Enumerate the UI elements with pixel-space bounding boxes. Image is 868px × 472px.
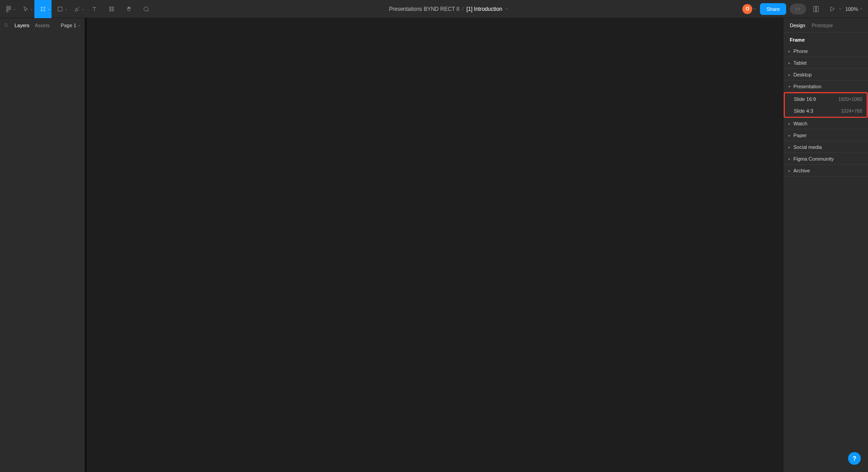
canvas[interactable] xyxy=(85,18,783,472)
preset-slide-4-3[interactable]: Slide 4:3 1024×768 xyxy=(785,105,867,117)
preset-label: Watch xyxy=(793,121,807,126)
book-icon xyxy=(812,5,820,13)
chevron-down-icon xyxy=(47,6,50,12)
chevron-down-icon xyxy=(859,7,863,10)
page-selector[interactable]: Page 1 xyxy=(61,23,81,28)
preset-label: Presentation xyxy=(793,84,821,89)
chevron-down-icon xyxy=(30,6,33,12)
preset-slide-16-9[interactable]: Slide 16:9 1920×1080 xyxy=(785,93,867,105)
comment-icon xyxy=(143,6,149,12)
user-avatar[interactable]: O xyxy=(742,4,752,14)
chevron-right-icon xyxy=(788,133,791,138)
svg-rect-9 xyxy=(112,10,114,11)
preset-sub-dims: 1920×1080 xyxy=(838,96,862,102)
chevron-down-icon xyxy=(839,7,842,10)
preset-figma-community[interactable]: Figma Community xyxy=(783,153,868,165)
svg-point-10 xyxy=(5,24,7,26)
present-button[interactable] xyxy=(826,3,842,15)
rectangle-icon xyxy=(57,6,63,12)
preset-presentation[interactable]: Presentation xyxy=(783,81,868,92)
text-icon xyxy=(91,6,98,12)
toolbar-right: O Share 100% xyxy=(742,3,868,15)
resources-icon xyxy=(108,6,115,12)
page-label: Page 1 xyxy=(61,23,76,28)
resources-tool-button[interactable] xyxy=(103,0,120,18)
text-tool-button[interactable] xyxy=(86,0,103,18)
preset-watch[interactable]: Watch xyxy=(783,118,868,129)
preset-label: Phone xyxy=(793,48,808,54)
code-icon xyxy=(795,6,801,12)
pen-tool-button[interactable] xyxy=(69,0,86,18)
assets-tab[interactable]: Assets xyxy=(35,23,50,28)
frame-icon xyxy=(40,6,46,12)
chevron-right-icon xyxy=(788,121,791,126)
frame-tool-button[interactable] xyxy=(34,0,52,18)
preset-desktop[interactable]: Desktop xyxy=(783,69,868,81)
frame-section-title: Frame xyxy=(783,33,868,45)
preset-archive[interactable]: Archive xyxy=(783,165,868,176)
preset-label: Archive xyxy=(793,168,810,173)
right-panel: Design Prototype Frame Phone Tablet Desk… xyxy=(783,18,868,472)
library-button[interactable] xyxy=(810,3,822,15)
svg-point-4 xyxy=(6,10,8,12)
preset-paper[interactable]: Paper xyxy=(783,129,868,141)
breadcrumb-current[interactable]: [1] Introduction xyxy=(467,6,502,12)
shape-tool-button[interactable] xyxy=(52,0,69,18)
chevron-down-icon xyxy=(13,6,16,12)
canvas-scrollbar[interactable] xyxy=(85,18,87,472)
zoom-control[interactable]: 100% xyxy=(845,6,863,12)
chevron-right-icon xyxy=(788,72,791,77)
chevron-right-icon xyxy=(788,156,791,162)
zoom-value: 100% xyxy=(845,6,858,12)
svg-point-0 xyxy=(6,6,8,8)
highlighted-presets: Slide 16:9 1920×1080 Slide 4:3 1024×768 xyxy=(784,92,868,118)
design-tab[interactable]: Design xyxy=(790,23,805,28)
top-toolbar: Presentations BYND RECT II / [1] Introdu… xyxy=(0,0,868,18)
svg-point-3 xyxy=(9,8,11,10)
preset-sub-label: Slide 4:3 xyxy=(794,108,813,114)
chevron-down-icon[interactable] xyxy=(505,7,508,10)
svg-point-2 xyxy=(6,8,8,10)
svg-rect-5 xyxy=(58,7,62,11)
preset-label: Paper xyxy=(793,133,807,138)
search-icon xyxy=(4,23,9,28)
layers-list xyxy=(0,33,85,472)
avatar-group[interactable]: O xyxy=(742,4,756,14)
right-panel-tabs: Design Prototype xyxy=(783,18,868,33)
svg-point-1 xyxy=(9,6,11,8)
move-tool-button[interactable] xyxy=(17,0,34,18)
chevron-down-icon xyxy=(65,6,67,12)
breadcrumb-separator: / xyxy=(462,6,463,12)
chevron-right-icon xyxy=(788,168,791,173)
hand-tool-button[interactable] xyxy=(120,0,137,18)
breadcrumb-parent[interactable]: Presentations BYND RECT II xyxy=(389,6,459,12)
help-button[interactable]: ? xyxy=(848,452,861,465)
cursor-icon xyxy=(23,6,29,12)
share-button[interactable]: Share xyxy=(760,3,786,15)
chevron-down-icon xyxy=(82,6,85,12)
preset-label: Tablet xyxy=(793,60,807,66)
comment-tool-button[interactable] xyxy=(137,0,155,18)
chevron-down-icon xyxy=(78,24,81,27)
chevron-right-icon xyxy=(788,144,791,150)
breadcrumb: Presentations BYND RECT II / [1] Introdu… xyxy=(389,6,508,12)
preset-sub-dims: 1024×768 xyxy=(841,108,862,114)
preset-social-media[interactable]: Social media xyxy=(783,141,868,153)
toolbar-left xyxy=(0,0,155,18)
pen-icon xyxy=(74,6,80,12)
svg-rect-7 xyxy=(112,7,114,9)
preset-label: Social media xyxy=(793,144,822,150)
left-panel-header: Layers Assets Page 1 xyxy=(0,18,85,33)
preset-tablet[interactable]: Tablet xyxy=(783,57,868,69)
prototype-tab[interactable]: Prototype xyxy=(811,23,833,28)
left-panel: Layers Assets Page 1 xyxy=(0,18,85,472)
layers-tab[interactable]: Layers xyxy=(14,23,29,28)
dev-mode-toggle[interactable] xyxy=(790,4,806,14)
main-menu-button[interactable] xyxy=(0,0,17,18)
preset-phone[interactable]: Phone xyxy=(783,45,868,57)
search-button[interactable] xyxy=(4,23,9,28)
figma-logo-icon xyxy=(5,5,12,13)
hand-icon xyxy=(126,6,132,12)
chevron-down-icon xyxy=(753,7,756,10)
chevron-right-icon xyxy=(788,48,791,54)
